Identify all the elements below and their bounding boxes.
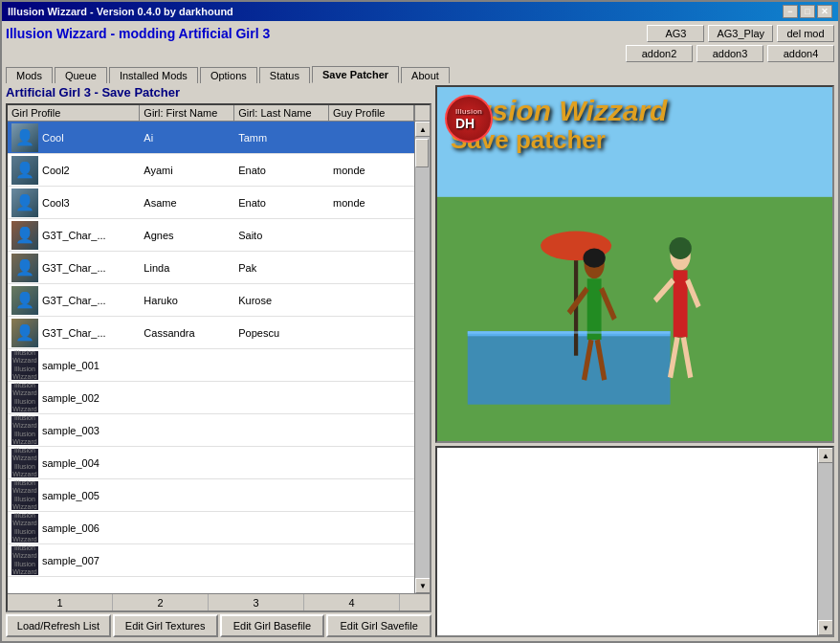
table-row[interactable]: 👤CoolAiTamm xyxy=(8,122,414,154)
scroll-up-arrow[interactable]: ▲ xyxy=(415,122,430,137)
profile-cell: 👤Cool xyxy=(8,122,140,153)
right-text-area[interactable]: ▲ ▼ xyxy=(435,446,834,637)
last-name-cell: Enato xyxy=(234,187,329,218)
tab-mods[interactable]: Mods xyxy=(6,67,53,83)
badge-text: Illusion DH xyxy=(455,107,482,131)
table-row[interactable]: 👤G3T_Char_...LindaPak xyxy=(8,252,414,284)
right-scroll-up[interactable]: ▲ xyxy=(818,448,833,463)
right-scrollbar[interactable]: ▲ ▼ xyxy=(817,448,832,635)
preview-logo: Illusion DH Illusion Wizzard Save patche… xyxy=(437,87,832,162)
col-num-4: 4 xyxy=(304,594,400,610)
guy-profile-cell xyxy=(329,122,414,153)
profile-cell: 👤G3T_Char_... xyxy=(8,284,140,316)
col-num-3: 3 xyxy=(209,594,304,610)
tab-status[interactable]: Status xyxy=(259,67,310,83)
first-name-cell: Linda xyxy=(140,252,234,283)
ag3-button[interactable]: AG3 xyxy=(647,25,704,42)
table-row[interactable]: IllusionWizzardIllusionWizzardsample_007 xyxy=(8,544,414,577)
scroll-thumb[interactable] xyxy=(415,139,429,167)
first-name-cell: Asame xyxy=(140,187,234,218)
tab-options[interactable]: Options xyxy=(200,67,257,83)
first-name-cell xyxy=(140,414,234,446)
right-scroll-down[interactable]: ▼ xyxy=(818,620,833,635)
edit-basefile-button[interactable]: Edit Girl Basefile xyxy=(220,614,325,637)
scroll-track[interactable] xyxy=(415,137,430,578)
profile-cell: 👤Cool3 xyxy=(8,187,140,218)
table-row[interactable]: 👤Cool3AsameEnatomonde xyxy=(8,187,414,219)
window-controls: − □ ✕ xyxy=(783,5,832,18)
tab-about[interactable]: About xyxy=(401,67,450,83)
first-name-cell: Ayami xyxy=(140,154,234,186)
edit-textures-button[interactable]: Edit Girl Textures xyxy=(113,614,218,637)
table-row[interactable]: IllusionWizzardIllusionWizzardsample_001 xyxy=(8,349,414,382)
addon4-button[interactable]: addon4 xyxy=(767,45,834,62)
tab-installed-mods[interactable]: Installed Mods xyxy=(109,67,198,83)
table-row[interactable]: IllusionWizzardIllusionWizzardsample_002 xyxy=(8,382,414,414)
col-header-first-name: Girl: First Name xyxy=(140,105,234,121)
first-name-cell xyxy=(140,544,234,576)
table-body[interactable]: 👤CoolAiTamm👤Cool2AyamiEnatomonde👤Cool3As… xyxy=(8,122,414,593)
last-name-cell xyxy=(234,447,329,478)
close-button[interactable]: ✕ xyxy=(817,5,832,18)
table-row[interactable]: IllusionWizzardIllusionWizzardsample_003 xyxy=(8,414,414,447)
preview-image: Illusion DH Illusion Wizzard Save patche… xyxy=(435,85,834,443)
col-header-profile: Girl Profile xyxy=(8,105,140,121)
last-name-cell: Tamm xyxy=(234,122,329,153)
table-row[interactable]: IllusionWizzardIllusionWizzardsample_006 xyxy=(8,512,414,544)
first-name-cell: Agnes xyxy=(140,219,234,251)
profile-cell: IllusionWizzardIllusionWizzardsample_001 xyxy=(8,349,140,381)
del-mod-button[interactable]: del mod xyxy=(777,25,834,42)
guy-profile-cell xyxy=(329,479,414,511)
last-name-cell xyxy=(234,349,329,381)
load-refresh-button[interactable]: Load/Refresh List xyxy=(6,614,111,637)
col-num-1: 1 xyxy=(8,594,113,610)
col-num-2: 2 xyxy=(113,594,209,610)
profile-cell: 👤Cool2 xyxy=(8,154,140,186)
profile-cell: IllusionWizzardIllusionWizzardsample_006 xyxy=(8,512,140,543)
last-name-cell xyxy=(234,414,329,446)
svg-rect-14 xyxy=(674,270,688,337)
table-row[interactable]: IllusionWizzardIllusionWizzardsample_005 xyxy=(8,479,414,512)
guy-profile-cell xyxy=(329,414,414,446)
table-row[interactable]: IllusionWizzardIllusionWizzardsample_004 xyxy=(8,447,414,479)
first-name-cell xyxy=(140,382,234,413)
addon2-button[interactable]: addon2 xyxy=(626,45,693,62)
guy-profile-cell: monde xyxy=(329,187,414,218)
girl-table: Girl Profile Girl: First Name Girl: Last… xyxy=(6,103,431,612)
maximize-button[interactable]: □ xyxy=(800,5,815,18)
svg-point-19 xyxy=(583,248,605,267)
table-row[interactable]: 👤G3T_Char_...CassandraPopescu xyxy=(8,317,414,349)
table-row[interactable]: 👤Cool2AyamiEnatomonde xyxy=(8,154,414,187)
main-container: Illusion Wizzard - modding Artificial Gi… xyxy=(2,21,838,641)
guy-profile-cell xyxy=(329,447,414,478)
profile-cell: IllusionWizzardIllusionWizzardsample_005 xyxy=(8,479,140,511)
table-row[interactable]: 👤G3T_Char_...AgnesSaito xyxy=(8,219,414,252)
table-row[interactable]: 👤G3T_Char_...HarukoKurose xyxy=(8,284,414,317)
first-name-cell: Cassandra xyxy=(140,317,234,348)
minimize-button[interactable]: − xyxy=(783,5,798,18)
first-name-cell xyxy=(140,447,234,478)
svg-rect-3 xyxy=(468,331,671,405)
tab-row: Mods Queue Installed Mods Options Status… xyxy=(6,65,834,82)
scroll-header-spacer xyxy=(414,105,430,121)
left-panel: Artificial Girl 3 - Save Patcher Girl Pr… xyxy=(6,85,431,637)
number-row: 1 2 3 4 xyxy=(8,593,430,610)
last-name-cell xyxy=(234,512,329,543)
app-title: Illusion Wizzard - modding Artificial Gi… xyxy=(6,26,643,41)
edit-savefile-button[interactable]: Edit Girl Savefile xyxy=(326,614,431,637)
first-name-cell xyxy=(140,349,234,381)
table-scrollbar[interactable]: ▲ ▼ xyxy=(414,122,430,593)
svg-rect-21 xyxy=(468,331,671,334)
last-name-cell: Pak xyxy=(234,252,329,283)
right-scroll-track[interactable] xyxy=(818,463,832,620)
ag3-play-button[interactable]: AG3_Play xyxy=(708,25,773,42)
col-header-guy-profile: Guy Profile xyxy=(329,105,414,121)
tab-queue[interactable]: Queue xyxy=(55,67,107,83)
tab-save-patcher[interactable]: Save Patcher xyxy=(312,66,399,83)
addon3-button[interactable]: addon3 xyxy=(696,45,763,62)
last-name-cell: Saito xyxy=(234,219,329,251)
table-header: Girl Profile Girl: First Name Girl: Last… xyxy=(8,105,430,122)
table-scroll-wrap: 👤CoolAiTamm👤Cool2AyamiEnatomonde👤Cool3As… xyxy=(8,122,430,593)
scroll-down-arrow[interactable]: ▼ xyxy=(415,578,430,593)
guy-profile-cell xyxy=(329,284,414,316)
